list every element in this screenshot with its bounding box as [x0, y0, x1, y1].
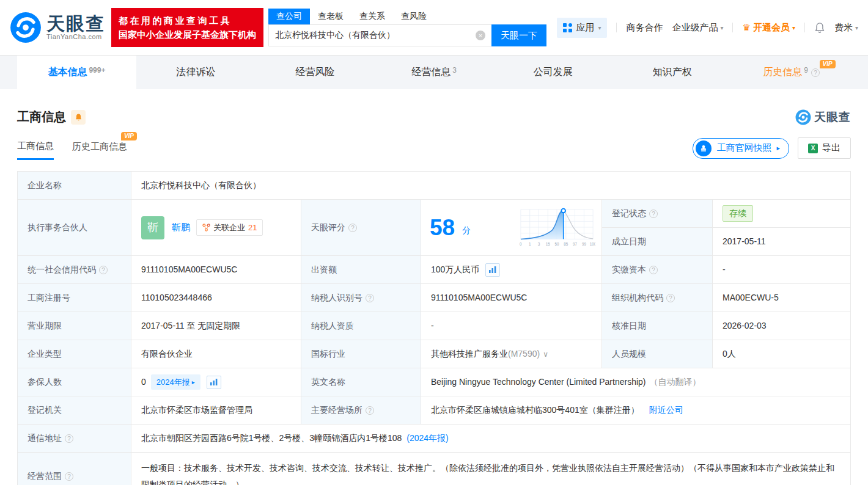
logo-domain: TianYanCha.com — [46, 34, 105, 41]
export-button[interactable]: X 导出 — [798, 137, 851, 159]
label-credit-code: 统一社会信用代码 ? — [18, 256, 131, 283]
label-mailing-address: 通信地址 ? — [18, 425, 131, 452]
label-registration-number: 工商注册号 — [18, 284, 131, 312]
label-company-type: 企业类型 — [18, 340, 131, 368]
watermark-text: 天眼查 — [814, 109, 851, 125]
help-icon[interactable]: ? — [99, 266, 108, 274]
status-badge: 存续 — [723, 205, 753, 222]
vip-badge: VIP — [820, 60, 836, 68]
value-registration-number: 110105023448466 — [131, 284, 301, 312]
tab-count: 9 — [804, 66, 808, 75]
business-info-table: 企业名称 北京柠悦科技中心（有限合伙） 执行事务合伙人 靳 靳鹏 关联企业 21 — [17, 171, 851, 485]
crown-icon: ♛ — [742, 22, 750, 33]
section-header: 工商信息 天眼查 — [17, 109, 851, 125]
partner-name-link[interactable]: 靳鹏 — [172, 221, 190, 235]
caret-down-icon: ▾ — [855, 24, 858, 31]
chevron-down-icon[interactable]: ∨ — [543, 349, 548, 360]
notifications-bell-icon[interactable] — [814, 22, 825, 34]
divider — [616, 23, 617, 32]
top-header: 天眼查 TianYanCha.com 都在用的商业查询工具 国家中小企业发展子基… — [0, 0, 868, 55]
subtab-history-business-info[interactable]: VIP 历史工商信息 — [72, 141, 127, 159]
help-icon[interactable]: ? — [649, 266, 658, 274]
nav-user-menu[interactable]: 费米 ▾ — [834, 22, 858, 34]
label-tianyan-score: 天眼评分 ? — [301, 200, 421, 255]
value-registration-status: 存续 — [713, 200, 850, 227]
search-tab-boss[interactable]: 查老板 — [310, 9, 351, 24]
label-business-place: 主要经营场所 ? — [301, 396, 421, 424]
svg-text:15: 15 — [546, 242, 551, 246]
tab-operation-risk[interactable]: 经营风险 — [256, 56, 375, 89]
help-icon[interactable]: ? — [366, 294, 374, 302]
vip-badge: VIP — [121, 132, 137, 140]
label-english-name: 英文名称 — [301, 368, 421, 396]
network-icon — [202, 224, 210, 232]
help-icon[interactable]: ? — [649, 210, 658, 218]
svg-text:99: 99 — [582, 242, 587, 246]
nav-cooperation[interactable]: 商务合作 — [626, 22, 663, 34]
monitor-bell-icon[interactable] — [71, 110, 86, 125]
divider — [732, 23, 733, 32]
svg-text:97: 97 — [573, 242, 578, 246]
tab-company-development[interactable]: 公司发展 — [493, 56, 612, 89]
value-executive-partner: 靳 靳鹏 关联企业 21 — [131, 200, 301, 255]
capital-trend-chart-icon[interactable] — [485, 263, 500, 277]
svg-text:85: 85 — [564, 242, 568, 246]
nav-join-vip[interactable]: ♛ 开通会员 ▾ — [742, 22, 795, 34]
tab-basic-info[interactable]: 基本信息 999+ — [17, 56, 136, 89]
annual-report-tag[interactable]: 2024年报 ▸ — [151, 374, 200, 390]
related-companies-badge[interactable]: 关联企业 21 — [196, 219, 263, 236]
search-tab-relation[interactable]: 查关系 — [351, 9, 393, 24]
svg-text:50: 50 — [554, 242, 559, 246]
annual-report-link[interactable]: (2024年报) — [406, 432, 448, 445]
label-company-name: 企业名称 — [18, 172, 131, 199]
tab-legal-proceedings[interactable]: 法律诉讼 — [136, 56, 256, 89]
value-company-type: 有限合伙企业 — [131, 340, 301, 368]
partner-avatar[interactable]: 靳 — [141, 216, 164, 239]
search-tab-risk[interactable]: 查风险 — [393, 9, 435, 24]
caret-down-icon: ▾ — [720, 24, 723, 31]
promo-banner: 都在用的商业查询工具 国家中小企业发展子基金旗下机构 — [111, 8, 263, 48]
help-icon[interactable]: ? — [65, 472, 73, 481]
tianyancha-logo[interactable]: 天眼查 TianYanCha.com — [10, 12, 105, 43]
main-content: 工商信息 天眼查 工商信息 VIP 历史工商信息 — [0, 109, 868, 485]
svg-text:1: 1 — [529, 242, 531, 246]
watermark-logo-icon — [795, 109, 811, 125]
header-nav: 应用 ▾ 商务合作 企业级产品 ▾ ♛ 开通会员 ▾ 费米 ▾ — [557, 18, 858, 38]
value-approval-date: 2026-02-03 — [713, 312, 850, 340]
tab-intellectual-property[interactable]: 知识产权 — [612, 56, 732, 89]
tab-history-info[interactable]: VIP 历史信息 9 ? — [732, 56, 851, 89]
apps-menu[interactable]: 应用 ▾ — [557, 18, 607, 38]
value-insured-count: 0 2024年报 ▸ — [131, 368, 301, 396]
subtab-row: 工商信息 VIP 历史工商信息 工商官网快照 ▸ X 导出 — [17, 137, 851, 162]
label-paid-capital: 实缴资本 ? — [602, 256, 712, 283]
label-establish-date: 成立日期 — [602, 228, 712, 255]
value-capital: 100万人民币 — [421, 256, 601, 283]
help-icon[interactable]: ? — [348, 224, 357, 232]
search-tab-company[interactable]: 查公司 — [268, 9, 310, 24]
label-taxpayer-id: 纳税人识别号 ? — [301, 284, 421, 312]
score-unit: 分 — [462, 224, 471, 237]
value-org-code: MA00ECWU-5 — [713, 284, 850, 312]
arrow-right-icon: ▸ — [776, 144, 780, 152]
nav-enterprise-products[interactable]: 企业级产品 ▾ — [672, 22, 723, 34]
tab-operation-info[interactable]: 经营信息 3 — [375, 56, 494, 89]
related-count: 21 — [248, 222, 257, 234]
help-icon[interactable]: ? — [366, 406, 374, 415]
search-button[interactable]: 天眼一下 — [491, 24, 546, 46]
help-icon[interactable]: ? — [811, 68, 820, 77]
status-date-score-block: 登记状态 ? 存续 天眼评分 ? 58 分 — [301, 200, 850, 255]
tab-count: 999+ — [89, 66, 105, 75]
clear-search-icon[interactable]: × — [476, 31, 485, 40]
label-capital: 出资额 — [301, 256, 421, 283]
label-business-term: 营业期限 — [18, 312, 131, 340]
official-snapshot-button[interactable]: 工商官网快照 ▸ — [693, 138, 789, 159]
insured-trend-chart-icon[interactable] — [207, 376, 221, 389]
subtab-business-info[interactable]: 工商信息 — [17, 140, 54, 160]
nearby-companies-link[interactable]: 附近公司 — [649, 404, 683, 417]
tab-count: 3 — [452, 66, 457, 75]
search-input[interactable] — [268, 24, 491, 46]
help-icon[interactable]: ? — [666, 294, 675, 302]
help-icon[interactable]: ? — [65, 434, 73, 443]
value-paid-capital: - — [713, 256, 850, 283]
search-tabs: 查公司 查老板 查关系 查风险 — [268, 9, 546, 24]
